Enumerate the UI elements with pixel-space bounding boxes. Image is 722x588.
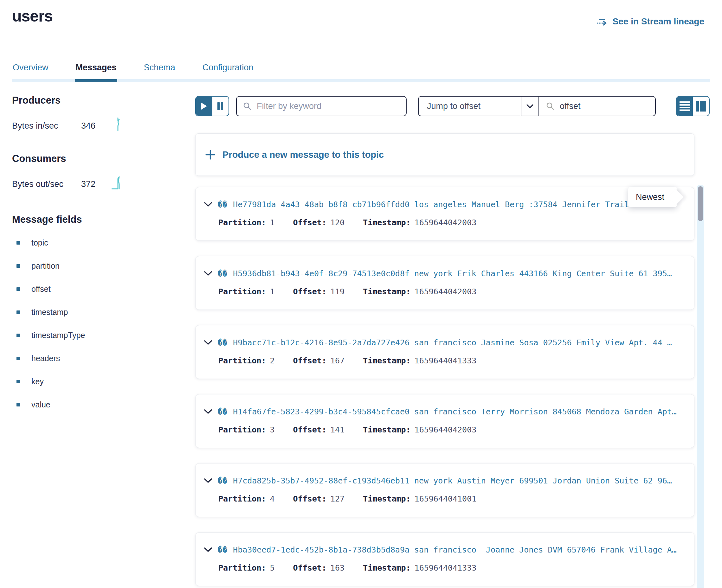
- tab-configuration[interactable]: Configuration: [202, 63, 254, 82]
- list-view-icon: [679, 101, 690, 111]
- field-label: value: [32, 400, 50, 409]
- timestamp-label: Timestamp:: [363, 356, 411, 365]
- undecoded-bytes-glyphs: ��: [218, 269, 227, 278]
- bytes-out-label: Bytes out/sec: [12, 179, 81, 189]
- offset-field: Offset:163: [293, 563, 345, 572]
- timestamp-field: Timestamp:1659644042003: [363, 287, 476, 296]
- message-row-header: �� H5936db81-b943-4e0f-8c29-74513e0c0d8f…: [204, 269, 685, 278]
- partition-label: Partition:: [219, 287, 266, 296]
- play-icon: [201, 102, 207, 110]
- jump-select-chevron[interactable]: [521, 97, 539, 115]
- stream-lineage-icon: [597, 17, 608, 26]
- partition-field: Partition:5: [219, 563, 275, 572]
- bytes-out-sparkline: [111, 175, 124, 191]
- partition-label: Partition:: [219, 356, 266, 365]
- timestamp-label: Timestamp:: [363, 287, 411, 296]
- field-label: topic: [32, 238, 48, 248]
- offset-label: Offset:: [293, 494, 327, 503]
- timestamp-field: Timestamp:1659644042003: [363, 425, 476, 434]
- offset-value: 163: [330, 563, 345, 572]
- message-row[interactable]: �� H9bacc71c-b12c-4216-8e95-2a7da727e426…: [195, 325, 695, 379]
- offset-field: Offset:127: [293, 494, 345, 503]
- view-mode-toggle: [676, 96, 710, 116]
- message-fields-title: Message fields: [12, 214, 124, 225]
- messages-scrollbar-thumb[interactable]: [698, 186, 703, 221]
- jump-to-offset-select[interactable]: Jump to offset: [419, 97, 521, 115]
- partition-value: 5: [270, 563, 275, 572]
- tab-messages[interactable]: Messages: [75, 63, 117, 82]
- message-row[interactable]: �� H5936db81-b943-4e0f-8c29-74513e0c0d8f…: [195, 256, 695, 310]
- pause-button[interactable]: [212, 97, 229, 115]
- message-row[interactable]: �� H7cda825b-35b7-4952-88ef-c193d546eb11…: [195, 463, 695, 517]
- sidebar: Producers Bytes in/sec 346 Consumers Byt…: [12, 95, 124, 423]
- offset-field: Offset:120: [293, 218, 345, 227]
- undecoded-bytes-glyphs: ��: [218, 200, 227, 209]
- expand-chevron-icon[interactable]: [204, 547, 212, 552]
- field-bullet-icon: [17, 357, 20, 360]
- message-row[interactable]: �� H14fa67fe-5823-4299-b3c4-595845cfcae0…: [195, 394, 695, 448]
- expand-chevron-icon[interactable]: [204, 340, 212, 345]
- field-label: timestampType: [32, 331, 85, 340]
- field-label: partition: [32, 261, 60, 271]
- offset-label: Offset:: [293, 218, 327, 227]
- timestamp-value: 1659644041333: [415, 563, 477, 572]
- search-icon: [243, 102, 252, 110]
- message-row-meta: Partition:3 Offset:141 Timestamp:1659644…: [219, 425, 685, 434]
- expand-chevron-icon[interactable]: [204, 271, 212, 276]
- timestamp-value: 1659644041001: [415, 494, 477, 503]
- messages-scrollbar-track[interactable]: [697, 185, 704, 588]
- bytes-in-value: 346: [81, 121, 96, 131]
- partition-field: Partition:2: [219, 356, 275, 365]
- message-row[interactable]: �� He77981da-4a43-48ab-b8f8-cb71b96ffdd0…: [195, 187, 695, 241]
- timestamp-label: Timestamp:: [363, 218, 411, 227]
- message-row-header: �� H14fa67fe-5823-4299-b3c4-595845cfcae0…: [204, 407, 685, 416]
- partition-label: Partition:: [219, 425, 266, 434]
- undecoded-bytes-glyphs: ��: [218, 476, 227, 485]
- offset-field: Offset:167: [293, 356, 345, 365]
- tab-overview[interactable]: Overview: [12, 63, 49, 82]
- partition-value: 4: [270, 494, 275, 503]
- message-key-preview: H5936db81-b943-4e0f-8c29-74513e0c0d8f ne…: [233, 269, 672, 278]
- list-view-button[interactable]: [677, 97, 693, 115]
- timestamp-value: 1659644042003: [415, 218, 477, 227]
- offset-field: Offset:141: [293, 425, 345, 434]
- bytes-out-value: 372: [81, 179, 96, 189]
- produce-message-button[interactable]: Produce a new message to this topic: [195, 133, 695, 176]
- message-row-meta: Partition:1 Offset:119 Timestamp:1659644…: [219, 287, 685, 296]
- tab-schema[interactable]: Schema: [143, 63, 176, 82]
- stream-lineage-label: See in Stream lineage: [613, 17, 704, 27]
- expand-chevron-icon[interactable]: [204, 202, 212, 207]
- offset-value: 120: [330, 218, 345, 227]
- partition-value: 2: [270, 356, 275, 365]
- field-label: headers: [32, 354, 60, 363]
- split-view-button[interactable]: [693, 97, 709, 115]
- filter-keyword-input[interactable]: [256, 101, 400, 111]
- offset-value: 141: [330, 425, 345, 434]
- producers-metric: Bytes in/sec 346: [12, 121, 124, 132]
- message-field-item: value: [12, 400, 124, 409]
- offset-label: Offset:: [293, 356, 327, 365]
- stream-lineage-link[interactable]: See in Stream lineage: [597, 17, 704, 27]
- play-button[interactable]: [196, 97, 212, 115]
- partition-field: Partition:1: [219, 218, 275, 227]
- field-bullet-icon: [17, 264, 20, 268]
- partition-label: Partition:: [219, 218, 266, 227]
- timestamp-value: 1659644042003: [415, 425, 477, 434]
- offset-search-input[interactable]: [559, 101, 655, 111]
- expand-chevron-icon[interactable]: [204, 409, 212, 414]
- message-row[interactable]: �� Hba30eed7-1edc-452b-8b1a-738d3b5d8a9a…: [195, 532, 695, 586]
- consumers-title: Consumers: [12, 153, 124, 164]
- producers-title: Producers: [12, 95, 124, 106]
- expand-chevron-icon[interactable]: [204, 478, 212, 483]
- field-label: key: [32, 377, 44, 386]
- field-bullet-icon: [17, 334, 20, 337]
- field-bullet-icon: [17, 311, 20, 314]
- bytes-in-label: Bytes in/sec: [12, 121, 81, 131]
- partition-value: 3: [270, 425, 275, 434]
- message-list: �� He77981da-4a43-48ab-b8f8-cb71b96ffdd0…: [195, 187, 700, 586]
- timestamp-field: Timestamp:1659644041333: [363, 356, 476, 365]
- undecoded-bytes-glyphs: ��: [218, 338, 227, 347]
- jump-to-offset-value: Jump to offset: [427, 101, 480, 111]
- undecoded-bytes-glyphs: ��: [218, 407, 227, 416]
- bytes-in-sparkline: [113, 117, 124, 132]
